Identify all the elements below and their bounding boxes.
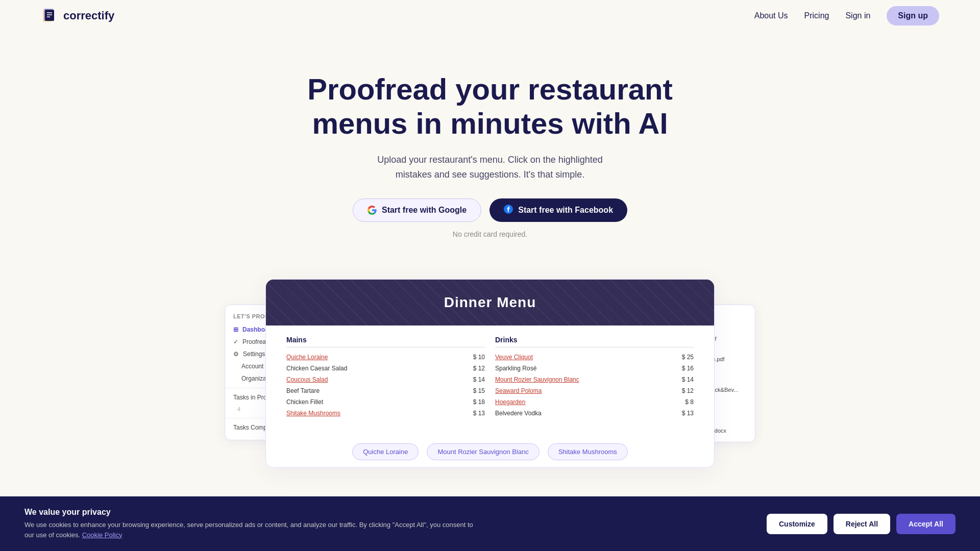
facebook-button-label: Start free with Facebook [518,206,613,215]
demo-container: Let's proofread ⊞ Dashboard ✓ Proofreadi… [225,279,755,468]
check-icon: ✓ [233,338,238,345]
highlight-tags: Quiche LoraineMount Rozier Sauvignon Bla… [266,443,714,460]
svg-rect-3 [45,10,54,21]
menu-item-price: $ 10 [473,354,485,361]
menu-item-name: Chicken Caesar Salad [286,365,347,372]
menu-item: Chicken Caesar Salad$ 12 [286,363,485,374]
facebook-icon [504,205,513,216]
logo-icon [41,7,59,25]
menu-item: Hoegarden$ 8 [495,396,694,408]
menu-item-price: $ 12 [682,387,694,394]
gear-icon: ⚙ [233,350,239,358]
highlight-tag: Mount Rozier Sauvignon Blanc [427,443,540,460]
menu-item: Seaward Poloma$ 12 [495,385,694,396]
menu-item-name: Shitake Mushrooms [286,410,340,417]
demo-main-card: Dinner Menu Mains Quiche Loraine$ 10Chic… [265,279,715,468]
mains-column: Mains Quiche Loraine$ 10Chicken Caesar S… [281,336,490,419]
cookie-text: We use cookies to enhance your browsing … [24,520,484,540]
nav-signin[interactable]: Sign in [845,11,870,20]
nav-pricing[interactable]: Pricing [804,11,829,20]
menu-item: Beef Tartare$ 15 [286,385,485,396]
menu-item-name: Sparkling Rosé [495,365,536,372]
menu-item: Chicken Fillet$ 18 [286,396,485,408]
menu-item: Veuve Cliquot$ 25 [495,352,694,363]
logo: correctify [41,7,114,25]
account-label: Account [241,363,263,370]
menu-item-price: $ 14 [682,376,694,383]
drinks-column: Drinks Veuve Cliquot$ 25Sparkling Rosé$ … [490,336,699,419]
menu-item-name: Coucous Salad [286,376,328,383]
menu-item: Belvedere Vodka$ 13 [495,408,694,419]
dinner-menu: Dinner Menu Mains Quiche Loraine$ 10Chic… [266,280,714,429]
menu-item-name: Chicken Fillet [286,398,323,406]
nav-about[interactable]: About Us [754,11,788,20]
menu-item-price: $ 8 [685,398,694,406]
highlights-area: Quiche LoraineMount Rozier Sauvignon Bla… [266,429,714,467]
customize-button[interactable]: Customize [767,514,827,534]
menu-item-price: $ 16 [682,365,694,372]
menu-table: Mains Quiche Loraine$ 10Chicken Caesar S… [266,325,714,429]
menu-item: Quiche Loraine$ 10 [286,352,485,363]
hero-buttons: Start free with Google Start free with F… [10,198,970,222]
menu-item-name: Quiche Loraine [286,354,328,361]
no-credit-card-text: No credit card required. [10,230,970,238]
accept-all-button[interactable]: Accept All [896,514,955,534]
hero-title: Proofread your restaurant menus in minut… [286,72,694,140]
highlight-tag: Quiche Loraine [352,443,419,460]
dinner-menu-title: Dinner Menu [444,294,536,311]
menu-item-price: $ 15 [473,387,485,394]
menu-item-name: Hoegarden [495,398,525,406]
menu-item-price: $ 12 [473,365,485,372]
cookie-buttons: Customize Reject All Accept All [767,514,955,534]
nav-links: About Us Pricing Sign in Sign up [754,6,939,26]
google-icon [368,206,377,215]
google-button-label: Start free with Google [382,206,467,215]
navbar: correctify About Us Pricing Sign in Sign… [0,0,980,32]
menu-item: Coucous Salad$ 14 [286,374,485,385]
mains-header: Mains [286,336,485,347]
menu-columns: Mains Quiche Loraine$ 10Chicken Caesar S… [281,336,699,419]
dinner-menu-header-bg: Dinner Menu [266,280,714,325]
hero-section: Proofread your restaurant menus in minut… [0,32,980,259]
menu-item-name: Seaward Poloma [495,387,542,394]
menu-item: Mount Rozier Sauvignon Blanc$ 14 [495,374,694,385]
menu-item: Sparkling Rosé$ 16 [495,363,694,374]
menu-item-name: Mount Rozier Sauvignon Blanc [495,376,579,383]
menu-item-price: $ 13 [473,410,485,417]
menu-item-price: $ 18 [473,398,485,406]
hero-subtitle: Upload your restaurant's menu. Click on … [362,153,618,182]
grid-icon: ⊞ [233,326,238,333]
facebook-signup-button[interactable]: Start free with Facebook [489,198,627,222]
nav-signup-button[interactable]: Sign up [887,6,939,26]
cookie-title: We value your privacy [24,508,756,517]
highlight-tag: Shitake Mushrooms [548,443,628,460]
menu-item: Shitake Mushrooms$ 13 [286,408,485,419]
reject-all-button[interactable]: Reject All [834,514,890,534]
cookie-left: We value your privacy We use cookies to … [24,508,756,540]
menu-item-price: $ 25 [682,354,694,361]
cookie-policy-link[interactable]: Cookie Policy [82,531,122,539]
menu-item-name: Veuve Cliquot [495,354,533,361]
menu-item-price: $ 14 [473,376,485,383]
settings-label: Settings [243,350,265,358]
menu-item-name: Belvedere Vodka [495,410,542,417]
drinks-header: Drinks [495,336,694,347]
google-signup-button[interactable]: Start free with Google [353,198,481,222]
menu-item-price: $ 13 [682,410,694,417]
logo-text: correctify [63,9,114,22]
menu-item-name: Beef Tartare [286,387,320,394]
cookie-banner: We value your privacy We use cookies to … [0,496,980,551]
